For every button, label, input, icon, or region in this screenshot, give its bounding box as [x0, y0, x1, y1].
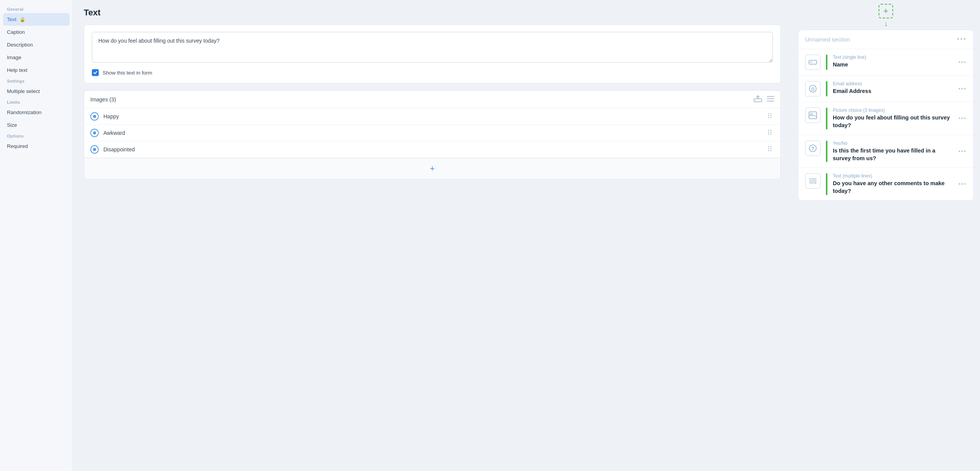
green-bar-yesno — [826, 141, 827, 163]
form-item-email-content: Email address Email Address — [833, 81, 953, 95]
form-item-multiline: Text (multiple lines) Do you have any ot… — [798, 168, 973, 201]
image-option-awkward: Awkward — [84, 125, 781, 141]
svg-point-10 — [768, 130, 769, 131]
form-item-email: @ Email address Email Address ••• — [798, 76, 973, 102]
form-item-yesno-content: Yes/No Is this the first time you have f… — [833, 141, 953, 163]
menu-icon[interactable] — [767, 96, 774, 103]
sidebar-item-help-text[interactable]: Help text — [0, 64, 73, 76]
svg-text:@: @ — [811, 86, 815, 91]
upload-icon[interactable] — [754, 95, 762, 103]
svg-point-15 — [771, 134, 772, 135]
text-single-line-icon — [805, 55, 821, 70]
green-bar-multiline — [826, 173, 827, 195]
sidebar-item-multiple-select-label: Multiple select — [7, 88, 40, 94]
sidebar-item-image-label: Image — [7, 55, 22, 60]
form-item-picture-type: Picture choice (3 images) — [833, 108, 953, 113]
text-input[interactable]: How do you feel about filling out this s… — [92, 32, 773, 63]
form-item-yesno: ? Yes/No Is this the first time you have… — [798, 135, 973, 168]
sidebar-section-general: General — [0, 5, 73, 13]
form-item-name-type: Text (single line) — [833, 55, 953, 60]
form-item-yesno-type: Yes/No — [833, 141, 953, 146]
sidebar-item-multiple-select[interactable]: Multiple select — [0, 85, 73, 98]
radio-awkward-inner — [93, 131, 96, 134]
form-item-picture-content: Picture choice (3 images) How do you fee… — [833, 108, 953, 129]
svg-point-21 — [771, 150, 772, 151]
form-item-multiline-type: Text (multiple lines) — [833, 173, 953, 179]
form-preview-title: Unnamed section — [805, 36, 850, 43]
form-item-multiline-content: Text (multiple lines) Do you have any ot… — [833, 173, 953, 195]
sidebar-item-caption[interactable]: Caption — [0, 26, 73, 38]
images-header-actions — [754, 95, 774, 103]
option-disappointed-label: Disappointed — [103, 146, 135, 153]
svg-point-6 — [768, 115, 769, 116]
svg-point-20 — [768, 150, 769, 151]
form-item-email-type: Email address — [833, 81, 953, 86]
lock-icon: 🔒 — [20, 17, 25, 22]
show-in-form-label: Show this text in form — [103, 70, 152, 76]
svg-point-18 — [768, 148, 769, 149]
drag-handle-disappointed[interactable] — [767, 146, 774, 153]
sidebar-item-size[interactable]: Size — [0, 119, 73, 131]
form-item-name-question: Name — [833, 61, 953, 68]
svg-text:?: ? — [811, 146, 814, 151]
add-block-button[interactable]: + — [879, 4, 893, 18]
add-option-button[interactable]: + — [84, 158, 781, 179]
show-in-form-row: Show this text in form — [92, 69, 773, 76]
radio-disappointed-inner — [93, 148, 96, 151]
add-block-arrow: ↓ — [884, 19, 888, 28]
svg-point-12 — [768, 132, 769, 133]
svg-point-13 — [771, 132, 772, 133]
images-header: Images (3) — [84, 91, 781, 108]
drag-handle-awkward[interactable] — [767, 129, 774, 136]
svg-point-16 — [768, 146, 769, 148]
form-item-name: Text (single line) Name ••• — [798, 49, 973, 76]
sidebar-item-size-label: Size — [7, 122, 17, 128]
form-item-name-content: Text (single line) Name — [833, 55, 953, 68]
option-happy-label: Happy — [103, 113, 119, 119]
form-item-yesno-menu[interactable]: ••• — [958, 148, 967, 155]
right-panel: + ↓ Unnamed section ••• Text (single lin… — [792, 0, 980, 471]
sidebar-item-image[interactable]: Image — [0, 51, 73, 64]
form-item-multiline-menu[interactable]: ••• — [958, 181, 967, 187]
sidebar-item-description[interactable]: Description — [0, 38, 73, 51]
svg-point-4 — [768, 113, 769, 114]
form-item-email-menu[interactable]: ••• — [958, 85, 967, 92]
radio-happy-inner — [93, 115, 96, 118]
form-preview-card: Unnamed section ••• Text (single line) N… — [798, 30, 974, 201]
sidebar-item-caption-label: Caption — [7, 29, 25, 35]
text-card: How do you feel about filling out this s… — [84, 25, 781, 83]
radio-disappointed[interactable] — [90, 145, 99, 154]
form-item-multiline-question: Do you have any other comments to make t… — [833, 179, 953, 195]
email-icon: @ — [805, 81, 821, 96]
svg-point-5 — [771, 113, 772, 114]
drag-handle-happy[interactable] — [767, 113, 774, 120]
svg-point-17 — [771, 146, 772, 148]
images-title: Images (3) — [90, 96, 116, 103]
svg-point-9 — [771, 117, 772, 118]
svg-rect-0 — [754, 99, 762, 102]
sidebar: General Text 🔒 Caption Description Image… — [0, 0, 73, 471]
show-in-form-checkbox[interactable] — [92, 69, 99, 76]
radio-happy[interactable] — [90, 112, 99, 121]
svg-point-8 — [768, 117, 769, 118]
form-preview-menu[interactable]: ••• — [957, 35, 967, 43]
yesno-icon: ? — [805, 141, 821, 156]
sidebar-section-options: Options — [0, 131, 73, 140]
form-preview-header: Unnamed section ••• — [798, 30, 973, 49]
sidebar-item-required[interactable]: Required — [0, 140, 73, 153]
form-item-picture-menu[interactable]: ••• — [958, 115, 967, 122]
radio-awkward[interactable] — [90, 129, 99, 137]
form-item-picture: Picture choice (3 images) How do you fee… — [798, 102, 973, 135]
form-item-name-menu[interactable]: ••• — [958, 59, 967, 66]
sidebar-item-text[interactable]: Text 🔒 — [3, 13, 70, 26]
svg-point-14 — [768, 134, 769, 135]
image-option-disappointed: Disappointed — [84, 141, 781, 158]
sidebar-item-randomization[interactable]: Randomization — [0, 106, 73, 119]
form-item-email-question: Email Address — [833, 87, 953, 95]
images-card: Images (3) — [84, 90, 781, 179]
sidebar-item-randomization-label: Randomization — [7, 109, 42, 115]
form-item-picture-question: How do you feel about filling out this s… — [833, 114, 953, 129]
sidebar-item-required-label: Required — [7, 143, 28, 149]
sidebar-item-text-label: Text — [7, 17, 17, 22]
multiline-icon — [805, 173, 821, 189]
